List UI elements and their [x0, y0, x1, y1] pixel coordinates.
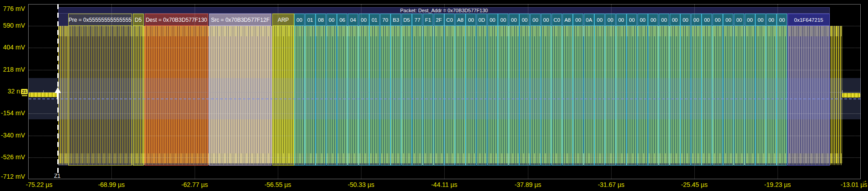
oscilloscope-zoom-trace-view: Packet: Dest_Addr = 0x70B3D577F130 Pre =…	[0, 0, 868, 191]
decode-field-arp[interactable]: ARP	[272, 14, 294, 166]
decode-byte-box[interactable]: 00	[712, 14, 723, 166]
decode-byte-box[interactable]: 08	[316, 14, 326, 166]
decode-field-fcs[interactable]: 0x1F647215	[788, 14, 830, 166]
decode-byte-box[interactable]: A8	[455, 14, 466, 166]
decode-byte-box[interactable]: 00	[659, 14, 669, 166]
decode-byte-value: 00	[777, 14, 787, 26]
decode-byte-box[interactable]: 2F	[434, 14, 444, 166]
decode-byte-value: 00	[712, 14, 723, 26]
decode-byte-value: 00	[573, 14, 583, 26]
y-axis-label: 32 n	[0, 88, 20, 95]
decode-byte-box[interactable]: 00	[627, 14, 637, 166]
decode-field-src[interactable]: Src = 0x70B3D577F12F	[209, 14, 271, 166]
decode-byte-value: 00	[734, 14, 744, 26]
decode-byte-box[interactable]: 00	[670, 14, 680, 166]
decode-byte-value: 00	[670, 14, 680, 26]
decode-byte-value: F1	[423, 14, 433, 26]
decode-byte-box[interactable]: 00	[755, 14, 766, 166]
decode-byte-box[interactable]: A8	[562, 14, 573, 166]
x-axis-label: -75.22 µs	[19, 181, 60, 188]
decode-byte-box[interactable]: 04	[348, 14, 358, 166]
decode-byte-value: A8	[455, 14, 466, 26]
decode-field-dest[interactable]: Dest = 0x70B3D577F130	[145, 14, 208, 166]
decode-byte-value: 00	[627, 14, 637, 26]
decode-byte-value: C0	[552, 14, 562, 26]
decode-byte-value: 04	[348, 14, 358, 26]
decode-byte-box[interactable]: 00	[573, 14, 583, 166]
decode-byte-box[interactable]: C0	[552, 14, 562, 166]
v-gridline	[444, 4, 445, 179]
decode-byte-box[interactable]: 00	[541, 14, 552, 166]
decode-byte-box[interactable]: 00	[605, 14, 616, 166]
decode-field-fcs-label: 0x1F647215	[788, 14, 830, 26]
decode-byte-box[interactable]: 00	[734, 14, 744, 166]
h-gridline	[29, 26, 861, 26]
decode-byte-box[interactable]: 00	[723, 14, 733, 166]
decode-byte-value: 00	[691, 14, 702, 26]
z1-marker-arrow-stem[interactable]	[57, 93, 59, 99]
decode-field-preamble[interactable]: Pre = 0x55555555555555	[68, 14, 132, 166]
v-gridline	[195, 4, 195, 179]
y-axis-label: -526 mV	[0, 153, 25, 161]
h-gridline	[29, 136, 861, 136]
decode-byte-box[interactable]: 06	[337, 14, 347, 166]
x-axis-label: -62.77 µs	[174, 181, 215, 188]
v-gridline	[361, 4, 361, 179]
decode-byte-value: 00	[680, 14, 691, 26]
decode-byte-box[interactable]: 00	[487, 14, 498, 166]
decode-byte-box[interactable]: 70	[380, 14, 391, 166]
decode-byte-box[interactable]: 00	[509, 14, 519, 166]
x-axis-label: -44.11 µs	[424, 181, 465, 188]
decode-byte-box[interactable]: 00	[594, 14, 605, 166]
decode-byte-box[interactable]: B3	[391, 14, 401, 166]
decode-byte-box[interactable]: 00	[702, 14, 712, 166]
decode-byte-box[interactable]: 00	[680, 14, 691, 166]
decode-byte-box[interactable]: 00	[294, 14, 305, 166]
decode-byte-box[interactable]: 00	[498, 14, 508, 166]
decode-byte-value: 77	[412, 14, 422, 26]
y-axis-label: -712 mV	[0, 173, 25, 180]
decode-byte-value: 00	[294, 14, 305, 26]
z1-trace-badge[interactable]: Z1	[21, 89, 28, 94]
trigger-level-dashed-line[interactable]	[29, 98, 861, 99]
decode-byte-box[interactable]: 00	[691, 14, 702, 166]
decode-byte-box[interactable]: 01	[369, 14, 380, 166]
decode-byte-box[interactable]: 00	[766, 14, 777, 166]
decode-byte-value: 08	[316, 14, 326, 26]
decode-byte-box[interactable]: 00	[326, 14, 337, 166]
decode-byte-value: 00	[659, 14, 669, 26]
decode-byte-box[interactable]: C0	[444, 14, 455, 166]
decode-byte-value: 00	[541, 14, 552, 26]
decode-byte-value: 06	[337, 14, 347, 26]
decode-byte-value: 00	[487, 14, 498, 26]
h-gridline	[29, 70, 861, 70]
decode-byte-value: 2F	[434, 14, 444, 26]
decode-byte-value: 01	[305, 14, 316, 26]
v-gridline	[778, 4, 778, 179]
decode-byte-box[interactable]: 00	[466, 14, 476, 166]
decode-byte-box[interactable]: 00	[777, 14, 787, 166]
decode-byte-box[interactable]: 00	[648, 14, 658, 166]
decode-field-sfd[interactable]: D5	[133, 14, 144, 166]
decode-byte-box[interactable]: 00	[530, 14, 541, 166]
decode-byte-box[interactable]: 01	[305, 14, 316, 166]
decode-byte-value: 00	[723, 14, 733, 26]
decode-byte-box[interactable]: 00	[359, 14, 369, 166]
decode-byte-box[interactable]: 00	[745, 14, 755, 166]
x-axis-label: -31.67 µs	[591, 181, 632, 188]
decode-byte-box[interactable]: 0A	[584, 14, 594, 166]
baseline-noise-right	[842, 93, 860, 98]
decode-byte-box[interactable]: 00	[637, 14, 648, 166]
x-axis-label: -37.89 µs	[507, 181, 548, 188]
decode-byte-box[interactable]: 77	[412, 14, 422, 166]
decode-byte-value: 00	[745, 14, 755, 26]
decode-byte-value: 00	[594, 14, 605, 26]
decode-byte-box[interactable]: F1	[423, 14, 433, 166]
decode-byte-box[interactable]: 00	[616, 14, 627, 166]
decode-byte-box[interactable]: 0D	[477, 14, 487, 166]
decode-byte-value: 00	[702, 14, 712, 26]
y-axis-label: -154 mV	[0, 109, 25, 117]
decode-byte-value: 0A	[584, 14, 594, 26]
y-axis-label: 776 mV	[0, 5, 25, 12]
decode-byte-box[interactable]: D5	[401, 14, 412, 166]
